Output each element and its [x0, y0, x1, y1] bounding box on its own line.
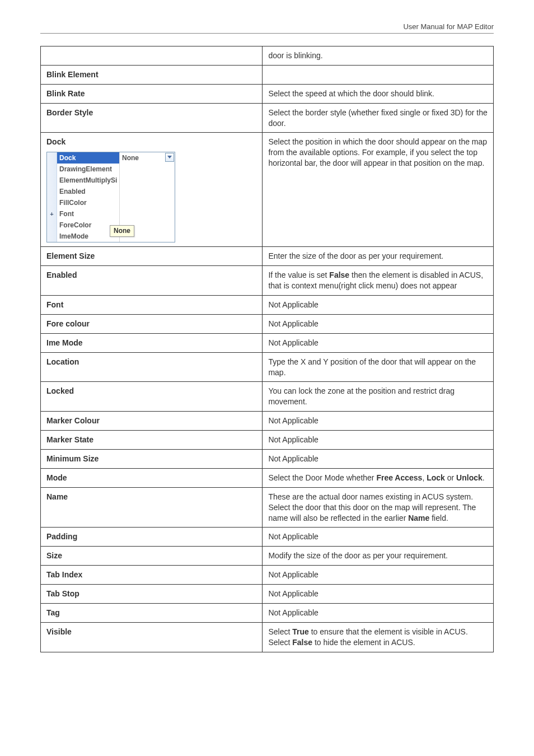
- propgrid-name: ElementMultiplySi: [57, 175, 120, 186]
- property-description: Select the Door Mode whether Free Access…: [263, 468, 494, 487]
- table-row: Element SizeEnter the size of the door a…: [41, 247, 494, 266]
- chevron-down-icon[interactable]: [165, 153, 174, 162]
- property-label: Blink Rate: [41, 84, 263, 103]
- label-text: Blink Element: [46, 70, 99, 79]
- property-label: Name: [41, 487, 263, 528]
- propgrid-name: Font: [57, 208, 120, 220]
- table-row: Blink RateSelect the speed at which the …: [41, 84, 494, 103]
- table-row: TagNot Applicable: [41, 604, 494, 623]
- property-description: Not Applicable: [263, 431, 494, 450]
- property-description: Not Applicable: [263, 314, 494, 333]
- property-label: Element Size: [41, 247, 263, 266]
- propgrid-name: Enabled: [57, 186, 120, 197]
- table-row: FontNot Applicable: [41, 296, 494, 315]
- table-row: Border StyleSelect the border style (whe…: [41, 103, 494, 133]
- property-label: Fore colour: [41, 314, 263, 333]
- label-text: Fore colour: [46, 319, 90, 328]
- label-text: Locked: [46, 386, 74, 395]
- label-text: Visible: [46, 627, 72, 636]
- table-row: NameThese are the actual door names exis…: [41, 487, 494, 528]
- propgrid-row-drawingelement[interactable]: DrawingElement: [47, 164, 175, 175]
- property-label: Tab Stop: [41, 585, 263, 604]
- property-label: Marker State: [41, 431, 263, 450]
- tooltip: None: [110, 225, 134, 236]
- table-row: Marker StateNot Applicable: [41, 431, 494, 450]
- property-description: Not Applicable: [263, 528, 494, 547]
- propgrid-value: [120, 186, 175, 197]
- property-description: These are the actual door names existing…: [263, 487, 494, 528]
- table-row: Ime ModeNot Applicable: [41, 333, 494, 352]
- property-label: DockDockNoneDrawingElementElementMultipl…: [41, 133, 263, 247]
- property-label: Marker Colour: [41, 412, 263, 431]
- property-label: Minimum Size: [41, 450, 263, 469]
- label-text: Marker State: [46, 435, 93, 444]
- property-description: Not Applicable: [263, 333, 494, 352]
- propgrid-row-font[interactable]: +Font: [47, 208, 175, 220]
- expander-icon: [47, 152, 57, 164]
- table-row: Marker ColourNot Applicable: [41, 412, 494, 431]
- label-text: Minimum Size: [46, 454, 99, 463]
- property-description: If the value is set False then the eleme…: [263, 266, 494, 296]
- property-description: Not Applicable: [263, 604, 494, 623]
- property-label: Padding: [41, 528, 263, 547]
- property-label: Locked: [41, 382, 263, 412]
- propgrid-value: [120, 164, 175, 175]
- property-description: [263, 65, 494, 84]
- propgrid-value: [120, 175, 175, 186]
- propgrid-row-elementmultiplysi[interactable]: ElementMultiplySi: [47, 175, 175, 186]
- propgrid-row-fillcolor[interactable]: FillColor: [47, 197, 175, 208]
- propgrid-value: [120, 208, 175, 220]
- property-label: Tab Index: [41, 566, 263, 585]
- property-description: Enter the size of the door as per your r…: [263, 247, 494, 266]
- property-table: door is blinking.Blink ElementBlink Rate…: [40, 46, 494, 652]
- label-text: Tag: [46, 608, 60, 617]
- table-row: Blink Element: [41, 65, 494, 84]
- property-label: Size: [41, 547, 263, 566]
- property-label: Tag: [41, 604, 263, 623]
- propgrid-row-enabled[interactable]: Enabled: [47, 186, 175, 197]
- label-text: Name: [46, 492, 68, 501]
- propgrid-value: [120, 197, 175, 208]
- label-text: Padding: [46, 532, 77, 541]
- label-text: Enabled: [46, 270, 77, 279]
- property-label: Visible: [41, 622, 263, 652]
- expander-icon: [47, 175, 57, 186]
- propgrid-value: None: [120, 152, 175, 164]
- table-row: ModeSelect the Door Mode whether Free Ac…: [41, 468, 494, 487]
- table-row: EnabledIf the value is set False then th…: [41, 266, 494, 296]
- expander-icon[interactable]: +: [47, 208, 57, 220]
- property-label: Mode: [41, 468, 263, 487]
- table-row: Fore colourNot Applicable: [41, 314, 494, 333]
- table-row: DockDockNoneDrawingElementElementMultipl…: [41, 133, 494, 247]
- table-row: door is blinking.: [41, 46, 494, 66]
- dock-property-grid: DockNoneDrawingElementElementMultiplySiE…: [46, 152, 175, 242]
- expander-icon: [47, 231, 57, 242]
- propgrid-row-dock[interactable]: DockNone: [47, 152, 175, 164]
- property-label: Location: [41, 352, 263, 382]
- expander-icon: [47, 197, 57, 208]
- property-label: Enabled: [41, 266, 263, 296]
- property-description: Not Applicable: [263, 412, 494, 431]
- label-text: Tab Stop: [46, 589, 79, 598]
- label-text: Ime Mode: [46, 338, 83, 347]
- propgrid-name: FillColor: [57, 197, 120, 208]
- label-text: Marker Colour: [46, 416, 100, 425]
- property-label: Font: [41, 296, 263, 315]
- property-description: Not Applicable: [263, 450, 494, 469]
- expander-icon: [47, 186, 57, 197]
- table-row: Minimum SizeNot Applicable: [41, 450, 494, 469]
- table-row: Tab IndexNot Applicable: [41, 566, 494, 585]
- property-label: [41, 46, 263, 66]
- table-row: LockedYou can lock the zone at the posit…: [41, 382, 494, 412]
- property-description: Not Applicable: [263, 296, 494, 315]
- propgrid-name: DrawingElement: [57, 164, 120, 175]
- property-description: Select True to ensure that the element i…: [263, 622, 494, 652]
- label-text: Dock: [46, 137, 65, 146]
- property-label: Ime Mode: [41, 333, 263, 352]
- label-text: Tab Index: [46, 570, 82, 579]
- property-label: Border Style: [41, 103, 263, 133]
- table-row: VisibleSelect True to ensure that the el…: [41, 622, 494, 652]
- label-text: Size: [46, 551, 62, 560]
- label-text: Mode: [46, 473, 67, 482]
- table-row: Tab StopNot Applicable: [41, 585, 494, 604]
